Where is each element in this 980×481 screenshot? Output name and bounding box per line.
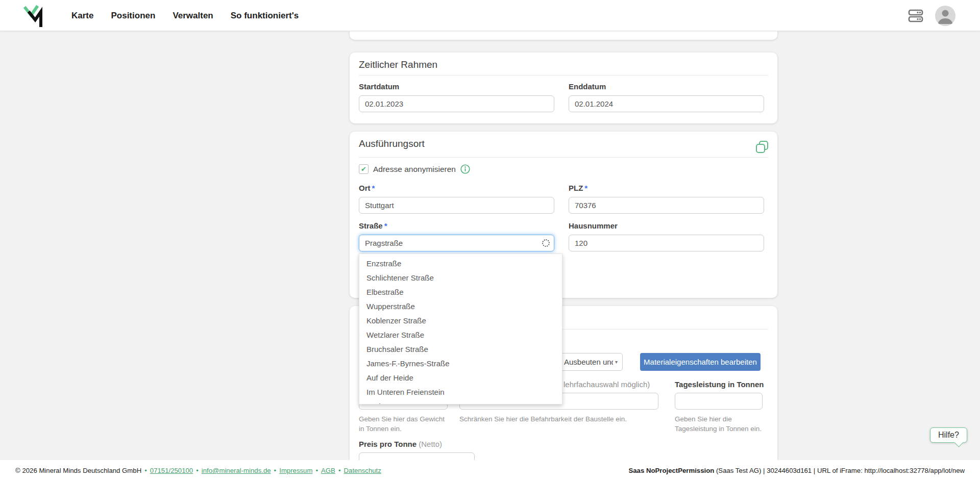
ort-label: Ort* bbox=[359, 184, 375, 192]
street-suggestion[interactable]: Koblenzer Straße bbox=[359, 314, 562, 328]
hausnummer-label: Hausnummer bbox=[569, 221, 618, 230]
nav-item[interactable]: Karte bbox=[71, 11, 93, 21]
card-zeitlicher-rahmen: Zeitlicher Rahmen Startdatum Enddatum bbox=[350, 53, 777, 123]
person-icon bbox=[935, 6, 955, 26]
ausbeuten-select[interactable]: Ausbeuten und... ▾ bbox=[559, 353, 623, 371]
copyright-text: © 2026 Mineral Minds Deutschland GmbH bbox=[15, 467, 141, 474]
divider bbox=[359, 75, 768, 75]
plz-input[interactable] bbox=[569, 197, 764, 214]
env-details: (Saas Test AG) | 30244603d161 | URL of i… bbox=[714, 467, 965, 474]
bullet-separator: • bbox=[274, 467, 277, 474]
anonymize-label: Adresse anonymisieren bbox=[373, 165, 456, 174]
footer: © 2026 Mineral Minds Deutschland GmbH • … bbox=[0, 460, 980, 481]
footer-link[interactable]: Impressum bbox=[279, 467, 312, 474]
required-asterisk: * bbox=[372, 184, 375, 192]
chevron-down-icon: ▾ bbox=[615, 359, 618, 365]
info-icon[interactable] bbox=[460, 164, 470, 174]
tagesleistung-helper: Geben Sie hier die Tagesleistung in Tonn… bbox=[675, 414, 767, 434]
footer-left: © 2026 Mineral Minds Deutschland GmbH • … bbox=[15, 467, 381, 474]
page: Zeitlicher Rahmen Startdatum Enddatum Au… bbox=[0, 0, 980, 481]
check-icon: ✔ bbox=[361, 165, 366, 173]
card-title: Ausführungsort bbox=[359, 138, 425, 149]
mineral-minds-logo[interactable] bbox=[23, 5, 45, 27]
ort-input[interactable] bbox=[359, 197, 554, 214]
strasse-input[interactable] bbox=[359, 235, 554, 251]
street-suggestion[interactable]: Schlichtener Straße bbox=[359, 271, 562, 285]
street-suggestion[interactable]: James-F.-Byrnes-Straße bbox=[359, 357, 562, 371]
gewicht-helper: Geben Sie hier das Gewicht in Tonnen ein… bbox=[359, 414, 446, 434]
startdatum-label: Startdatum bbox=[359, 82, 399, 91]
street-suggestion[interactable]: Bruchsaler Straße bbox=[359, 342, 562, 357]
enddatum-input[interactable] bbox=[569, 95, 764, 112]
footer-link[interactable]: AGB bbox=[321, 467, 335, 474]
card-reader-icon[interactable] bbox=[908, 9, 924, 23]
befahrbarkeit-helper: Schränken Sie hier die Befahrbarkeit der… bbox=[459, 414, 679, 424]
footer-link[interactable]: 07151/250100 bbox=[150, 467, 193, 474]
nav-icons bbox=[908, 0, 955, 31]
card-title: Zeitlicher Rahmen bbox=[359, 59, 437, 70]
bullet-separator: • bbox=[315, 467, 318, 474]
plz-label: PLZ* bbox=[569, 184, 587, 192]
anonymize-row: ✔ Adresse anonymisieren bbox=[359, 164, 470, 174]
enddatum-label: Enddatum bbox=[569, 82, 606, 91]
street-suggestion[interactable]: Tauberweg bbox=[359, 399, 562, 404]
required-asterisk: * bbox=[584, 184, 587, 192]
tagesleistung-label: Tagesleistung in Tonnen bbox=[675, 380, 764, 389]
loading-spinner-icon bbox=[542, 239, 550, 247]
nav-links: Karte Positionen Verwalten So funktionie… bbox=[71, 0, 299, 31]
footer-env-info: Saas NoProjectPermission (Saas Test AG) … bbox=[628, 467, 965, 474]
bullet-separator: • bbox=[144, 467, 147, 474]
street-suggestion[interactable]: Enzstraße bbox=[359, 257, 562, 271]
startdatum-input[interactable] bbox=[359, 95, 554, 112]
copy-icon[interactable] bbox=[755, 140, 769, 154]
street-suggestion[interactable]: Wetzlarer Straße bbox=[359, 328, 562, 342]
bullet-separator: • bbox=[338, 467, 341, 474]
street-suggestion[interactable]: Auf der Heide bbox=[359, 371, 562, 385]
materialeigenschaften-button[interactable]: Materialeigenschaften bearbeiten bbox=[640, 353, 761, 371]
select-value: Ausbeuten und... bbox=[564, 358, 613, 366]
street-suggestion[interactable]: Wupperstraße bbox=[359, 299, 562, 314]
street-suggestions-dropdown: Enzstraße Schlichtener Straße Elbestraße… bbox=[359, 254, 562, 404]
nav-item[interactable]: Positionen bbox=[111, 11, 155, 21]
preis-suffix: (Netto) bbox=[419, 440, 442, 448]
nav-item[interactable]: Verwalten bbox=[173, 11, 213, 21]
tagesleistung-input[interactable] bbox=[675, 393, 763, 410]
street-suggestion[interactable]: Elbestraße bbox=[359, 285, 562, 299]
nav-item[interactable]: So funktioniert's bbox=[231, 11, 299, 21]
footer-link[interactable]: info@mineral-minds.de bbox=[202, 467, 271, 474]
hausnummer-input[interactable] bbox=[569, 235, 764, 251]
top-navbar: Karte Positionen Verwalten So funktionie… bbox=[0, 0, 980, 31]
befahrbarkeit-label-partial: lehrfachauswahl möglich) bbox=[564, 380, 650, 389]
help-button[interactable]: Hilfe? bbox=[930, 427, 967, 443]
avatar[interactable] bbox=[935, 6, 955, 26]
street-suggestion[interactable]: Im Unteren Freienstein bbox=[359, 385, 562, 399]
bullet-separator: • bbox=[196, 467, 199, 474]
required-asterisk: * bbox=[384, 221, 387, 230]
footer-link[interactable]: Datenschutz bbox=[344, 467, 381, 474]
strasse-label: Straße* bbox=[359, 221, 387, 230]
env-name: Saas NoProjectPermission bbox=[628, 467, 714, 474]
anonymize-checkbox[interactable]: ✔ bbox=[359, 164, 369, 174]
divider bbox=[359, 157, 768, 158]
preis-label: Preis pro Tonne (Netto) bbox=[359, 440, 442, 448]
